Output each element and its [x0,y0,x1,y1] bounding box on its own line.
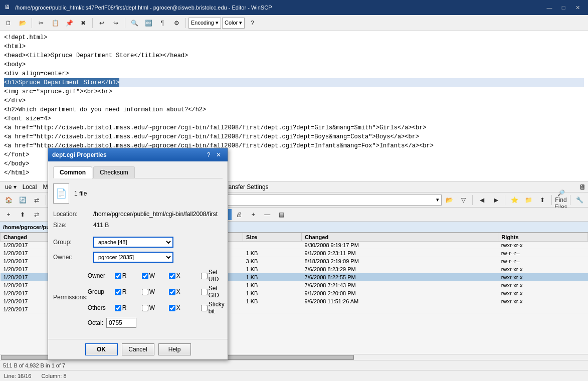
perm-x-label: X [176,272,180,279]
help-footer-button[interactable]: Help [158,343,191,355]
color-dropdown[interactable]: Color ▾ [222,18,245,29]
cell-size: 1 KB [243,265,302,273]
cell-rights: rwxr-xr-x [498,273,588,281]
replace-button[interactable]: 🔤 [142,17,155,29]
dialog-close-btn[interactable]: ✕ [214,150,224,159]
minimize-button[interactable]: — [543,3,556,13]
code-line-2: <html> [4,42,584,51]
permissions-table: Owner R W X Set UID [88,269,226,328]
left-panel-sync[interactable]: ⇄ [30,209,43,221]
perm-group-w-check[interactable] [142,289,148,295]
prop-extra1[interactable]: 🖨 [233,209,246,221]
code-line-5: <div align=center> [4,69,584,78]
owner-row: Owner: pgrocer [2835] [53,252,223,263]
find-files[interactable]: 🔎 Find Files [554,194,567,206]
perm-others-w-check[interactable] [142,305,148,311]
perm-gx-label: X [176,288,180,295]
help-button[interactable]: ? [246,17,259,29]
group-select[interactable]: apache [48] [93,237,173,248]
maximize-button[interactable]: □ [557,3,570,13]
perm-r-label: R [122,272,127,279]
cut-button[interactable]: ✂ [35,17,48,29]
perm-group-w: W [142,288,167,295]
code-line-8: </div> [4,96,584,105]
perm-sticky-check[interactable] [201,305,208,311]
code-line-4: <body> [4,60,584,69]
left-panel-up[interactable]: ⬆ [16,209,29,221]
perm-group-x-check[interactable] [169,289,175,295]
prop-extra3[interactable]: — [261,209,274,221]
perm-setuid-check[interactable] [201,273,208,279]
owner-select[interactable]: pgrocer [2835] [93,252,173,263]
owner-label: Owner: [53,254,93,261]
close-button[interactable]: ✕ [571,3,584,13]
octal-input[interactable] [106,318,136,328]
perm-others-w: W [142,304,167,311]
perm-others-r-check[interactable] [115,305,121,311]
paste-button[interactable]: 📌 [63,17,76,29]
encoding-dropdown[interactable]: Encoding ▾ [188,18,221,29]
new-folder[interactable]: 📁 [522,194,535,206]
cell-rights [498,305,588,313]
path-dropdown-icon: ▾ [436,197,439,203]
ok-button[interactable]: OK [85,343,118,355]
cell-size: 3 KB [243,257,302,265]
code-line-7: <img src="spruce.gif"><br><br> [4,87,584,96]
open-button[interactable]: 📂 [16,17,29,29]
perm-or-label: R [122,304,127,311]
winscp-sep3 [505,195,505,205]
settings-button[interactable]: ⚙ [170,17,183,29]
perm-others-x-check[interactable] [169,305,175,311]
col-changed[interactable]: Changed [302,233,498,242]
cancel-button[interactable]: Cancel [122,343,154,355]
up-dir[interactable]: ⬆ [536,194,549,206]
tab-checksum[interactable]: Checksum [93,166,135,178]
undo-button[interactable]: ↩ [95,17,108,29]
permissions-row: Permissions: Owner R W [53,267,223,328]
cell-changed: 9/1/2008 2:23:11 PM [302,249,498,257]
window-title: /home/pgrocer/public_html/cis47PerlF08/f… [15,5,543,11]
winscp-icon: 🖥 [579,183,586,191]
location-row: Location: /home/pgrocer/public_html/cgi-… [53,211,223,218]
delete-button[interactable]: ✖ [77,17,90,29]
perm-others-label: Others [88,304,113,311]
redo-button[interactable]: ↪ [109,17,122,29]
code-line-6: <h1>Spruce Department Store</h1> [4,78,584,87]
perm-owner-r-check[interactable] [115,273,121,279]
new-button[interactable]: 🗋 [2,17,15,29]
menu-item-local[interactable]: Local [20,182,40,192]
winscp-sync[interactable]: ⇄ [30,194,43,206]
browse-btn[interactable]: 📂 [443,194,456,206]
perm-group-r-check[interactable] [115,289,121,295]
copy-button[interactable]: 📋 [49,17,62,29]
perm-owner-w-check[interactable] [142,273,148,279]
nav-back[interactable]: ◀ [475,194,488,206]
perm-others-x: X [169,304,194,311]
cell-size [243,305,302,313]
perm-owner-x-check[interactable] [169,273,175,279]
chars-button[interactable]: ¶ [156,17,169,29]
perm-owner-x: X [169,272,194,279]
perm-row-group: Group R W X Set GID [88,285,226,299]
tab-common[interactable]: Common [53,166,92,178]
add-bookmark[interactable]: ⭐ [508,194,521,206]
menu-item-ue[interactable]: ue ▾ [2,182,20,192]
prop-extra2[interactable]: + [247,209,260,221]
left-panel-new[interactable]: + [2,209,15,221]
code-line-10: <font size=4> [4,114,584,123]
nav-forward[interactable]: ▶ [489,194,502,206]
col-size[interactable]: Size [243,233,302,242]
perm-ox-label: X [176,304,180,311]
prop-extra4[interactable]: ▤ [275,209,288,221]
filter-btn[interactable]: ▽ [457,194,470,206]
size-value: 411 B [93,222,109,229]
color-label: Color ▾ [225,20,242,26]
tools-btn[interactable]: 🔧 [573,194,586,206]
winscp-refresh[interactable]: 🔄 [16,194,29,206]
perm-setgid-check[interactable] [201,289,208,295]
file-count-label: 1 file [74,190,87,197]
winscp-home[interactable]: 🏠 [2,194,15,206]
search-button[interactable]: 🔍 [128,17,141,29]
dialog-help-btn[interactable]: ? [204,150,214,159]
col-rights[interactable]: Rights [498,233,588,242]
